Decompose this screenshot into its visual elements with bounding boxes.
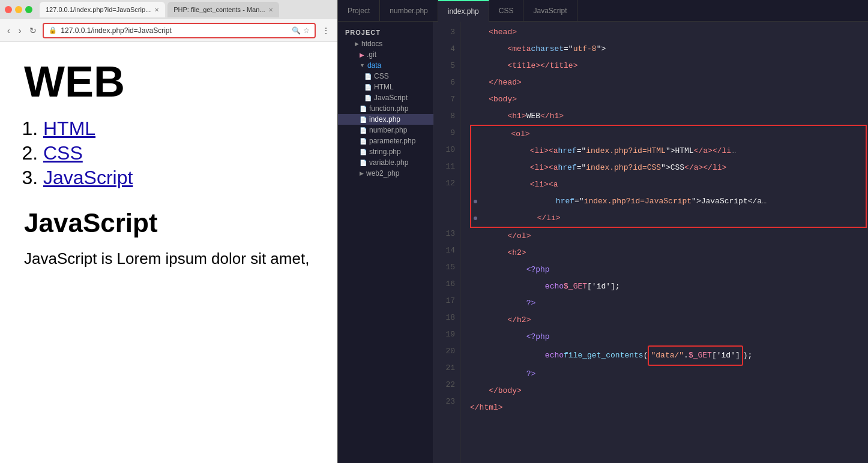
sidebar-item-variable[interactable]: 📄 variable.php xyxy=(338,157,433,168)
address-bar-row: ‹ › ↻ 🔒 127.0.0.1/index.php?id=JavaScrip… xyxy=(0,19,337,42)
code-scroll: 3 4 5 6 7 8 9 10 11 12 13 14 15 16 1 xyxy=(434,22,868,463)
sidebar-item-index[interactable]: 📄 index.php xyxy=(338,114,433,125)
file-label: number.php xyxy=(369,126,407,134)
menu-button[interactable]: ⋮ xyxy=(319,25,333,37)
address-text: 127.0.0.1/index.php?id=JavaScript xyxy=(61,26,288,35)
sidebar-item-htdocs[interactable]: ▶ htdocs xyxy=(338,38,433,49)
list-item-js: JavaScript xyxy=(43,167,313,189)
tab-2-close[interactable]: ✕ xyxy=(268,7,273,13)
tab-project[interactable]: Project xyxy=(338,0,380,22)
file-label: parameter.php xyxy=(369,137,415,145)
code-line-8: <h1>WEB</h1> xyxy=(470,108,868,125)
file-icon: 📄 xyxy=(360,149,367,155)
tab-1-close[interactable]: ✕ xyxy=(154,7,159,13)
minimize-button[interactable] xyxy=(15,6,22,13)
file-icon: 📄 xyxy=(360,138,367,145)
file-icon: 📄 xyxy=(360,160,367,166)
tab-css[interactable]: CSS xyxy=(489,0,524,22)
expand-icon: ▶ xyxy=(360,170,364,176)
sidebar-item-data[interactable]: ▼ data xyxy=(338,60,433,71)
file-label: variable.php xyxy=(369,158,408,167)
address-box[interactable]: 🔒 127.0.0.1/index.php?id=JavaScript 🔍 ☆ xyxy=(43,23,316,38)
code-line-15: <?php xyxy=(470,261,868,278)
file-icon: 📄 xyxy=(364,73,372,80)
search-icon[interactable]: 🔍 xyxy=(292,26,301,35)
list-item-css: CSS xyxy=(43,142,313,164)
code-line-7: <body> xyxy=(470,91,868,108)
forward-button[interactable]: › xyxy=(16,25,24,37)
sidebar-header: PROJECT xyxy=(338,26,433,38)
sidebar-item-css-file[interactable]: 📄 CSS xyxy=(338,71,433,82)
file-icon: 📄 xyxy=(360,127,367,134)
code-line-21: ?> xyxy=(470,366,868,383)
editor-pane: Project number.php index.php CSS JavaScr… xyxy=(338,0,868,463)
sidebar-item-parameter[interactable]: 📄 parameter.php xyxy=(338,136,433,146)
code-line-5: <title></title> xyxy=(470,58,868,74)
folder-label: .git xyxy=(367,50,376,59)
page-subtitle: JavaScript xyxy=(24,208,313,238)
line-numbers: 3 4 5 6 7 8 9 10 11 12 13 14 15 16 1 xyxy=(434,22,460,463)
tab-1-label: 127.0.0.1/index.php?id=JavaScrip... xyxy=(46,6,151,13)
address-icons: 🔍 ☆ xyxy=(292,26,310,35)
file-icon: 📄 xyxy=(360,106,367,112)
traffic-lights xyxy=(5,6,32,13)
sidebar-item-js-file[interactable]: 📄 JavaScript xyxy=(338,92,433,103)
file-label: string.php xyxy=(369,148,401,156)
code-line-22: </body> xyxy=(470,383,868,399)
sidebar-item-number[interactable]: 📄 number.php xyxy=(338,125,433,136)
file-label: HTML xyxy=(374,83,394,91)
code-line-4: <meta charset="utf-8"> xyxy=(470,41,868,58)
css-link[interactable]: CSS xyxy=(43,142,83,164)
browser-tab-2[interactable]: PHP: file_get_contents - Man... ✕ xyxy=(167,2,279,17)
file-icon: 📄 xyxy=(364,95,372,101)
code-line-16: echo $_GET['id']; xyxy=(470,278,868,295)
maximize-button[interactable] xyxy=(25,6,32,13)
page-list: HTML CSS JavaScript xyxy=(43,118,313,189)
code-line-3: <head> xyxy=(470,24,868,41)
page-body-text: JavaScript is Lorem ipsum dolor sit amet… xyxy=(24,248,313,269)
sidebar-item-function[interactable]: 📄 function.php xyxy=(338,103,433,114)
back-button[interactable]: ‹ xyxy=(5,25,13,37)
sidebar-item-string[interactable]: 📄 string.php xyxy=(338,146,433,157)
code-line-18: </h2> xyxy=(470,312,868,329)
code-line-14: <h2> xyxy=(470,245,868,261)
file-icon: 📄 xyxy=(364,84,372,91)
code-line-12b: href="index.php?id=JavaScript">JavaScrip… xyxy=(470,193,867,210)
code-line-23: </html> xyxy=(470,399,868,416)
folder-label: web2_php xyxy=(366,169,399,178)
browser-tab-1[interactable]: 127.0.0.1/index.php?id=JavaScrip... ✕ xyxy=(40,2,165,17)
file-icon: 📄 xyxy=(360,116,367,123)
file-label: function.php xyxy=(369,104,408,113)
tab-number-php[interactable]: number.php xyxy=(380,0,438,22)
file-sidebar: PROJECT ▶ htdocs ▶ .git ▼ data 📄 CSS 📄 H… xyxy=(338,22,434,463)
sidebar-item-web2[interactable]: ▶ web2_php xyxy=(338,168,433,179)
browser-content: WEB HTML CSS JavaScript JavaScript JavaS… xyxy=(0,42,337,463)
file-label: JavaScript xyxy=(374,94,408,102)
code-line-13: </ol> xyxy=(470,228,868,245)
folder-icon: ▶ xyxy=(360,52,364,58)
html-link[interactable]: HTML xyxy=(43,118,95,139)
expand-icon: ▶ xyxy=(355,41,359,47)
code-content: <head> <meta charset="utf-8"> <title></t… xyxy=(460,22,868,463)
folder-label: data xyxy=(367,61,381,70)
code-line-12c: </li> xyxy=(470,210,867,228)
tab-index-php[interactable]: index.php xyxy=(438,0,489,22)
code-line-17: ?> xyxy=(470,295,868,312)
tab-javascript[interactable]: JavaScript xyxy=(523,0,577,22)
editor-tab-bar: Project number.php index.php CSS JavaScr… xyxy=(338,0,868,22)
list-item-html: HTML xyxy=(43,118,313,140)
code-line-10: <li><a href="index.php?id=HTML">HTML</a>… xyxy=(470,143,867,160)
lock-icon: 🔒 xyxy=(49,26,57,34)
code-line-20: echo file_get_contents("data/".$_GET['id… xyxy=(470,345,868,366)
reload-button[interactable]: ↻ xyxy=(27,25,39,37)
sidebar-item-html-file[interactable]: 📄 HTML xyxy=(338,82,433,92)
bookmark-icon[interactable]: ☆ xyxy=(303,26,310,35)
code-editor: 3 4 5 6 7 8 9 10 11 12 13 14 15 16 1 xyxy=(434,22,868,463)
code-line-9: <ol> xyxy=(470,125,867,143)
close-button[interactable] xyxy=(5,6,12,13)
folder-label: htdocs xyxy=(361,40,382,48)
tab-2-label: PHP: file_get_contents - Man... xyxy=(173,6,265,13)
sidebar-item-git[interactable]: ▶ .git xyxy=(338,49,433,60)
js-link[interactable]: JavaScript xyxy=(43,167,133,188)
editor-body: PROJECT ▶ htdocs ▶ .git ▼ data 📄 CSS 📄 H… xyxy=(338,22,868,463)
